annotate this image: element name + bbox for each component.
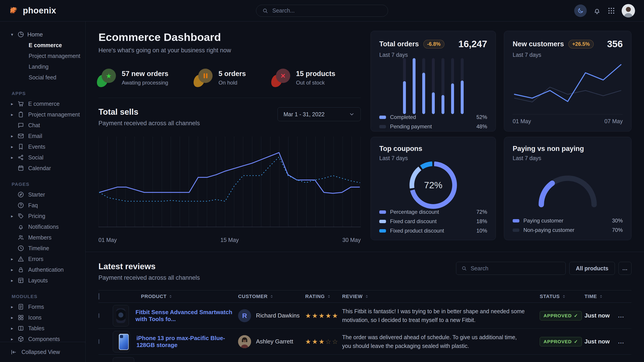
sidebar-item-events[interactable]: ▸Events: [0, 141, 85, 152]
sidebar-item-notifications[interactable]: Notifications: [0, 221, 85, 232]
sidebar-item-pricing[interactable]: ▸Pricing: [0, 211, 85, 221]
sidebar-item-label: Tables: [27, 325, 44, 332]
sidebar-item-label: Starter: [27, 191, 45, 198]
all-products-button[interactable]: All products: [569, 262, 615, 275]
card-title: Total orders: [379, 40, 419, 48]
bell-icon: [18, 223, 24, 230]
column-header-rating[interactable]: RATING: [305, 294, 342, 299]
x-axis-tick: 15 May: [220, 237, 239, 243]
stat-value: 5 orders: [218, 70, 246, 78]
sidebar-item-faq[interactable]: Faq: [0, 200, 85, 211]
card-title: Top coupons: [379, 145, 422, 153]
sidebar-item-label: Email: [27, 133, 42, 139]
column-header-time[interactable]: TIME: [584, 294, 618, 299]
sidebar-item-project-management[interactable]: ▸Project management: [0, 109, 85, 120]
product-link[interactable]: Fitbit Sense Advanced Smartwatch with To…: [136, 309, 238, 323]
sidebar-item-chat[interactable]: Chat: [0, 120, 85, 131]
page-title: Ecommerce Dashboard: [98, 31, 361, 43]
stat-value: 57 new orders: [122, 70, 168, 78]
legend-swatch: [379, 229, 386, 233]
row-more-button[interactable]: ...: [618, 312, 632, 319]
clock-icon: [18, 245, 24, 252]
sidebar-item-label: Social: [27, 154, 44, 161]
card-period: Last 7 days: [513, 155, 623, 161]
sidebar-item-starter[interactable]: Starter: [0, 189, 85, 200]
sidebar-item-social-feed[interactable]: Social feed: [0, 72, 85, 83]
sidebar-item-home[interactable]: ▾ Home: [0, 29, 85, 40]
warning-icon: [18, 256, 24, 262]
more-options-button[interactable]: ...: [618, 262, 632, 275]
sidebar-item-landing[interactable]: Landing: [0, 61, 85, 72]
caret-right-icon: ▸: [10, 112, 14, 117]
paying-gauge-chart: [534, 171, 601, 209]
reviews-table-header: PRODUCTCUSTOMERRATINGREVIEWSTATUSTIME: [98, 290, 632, 303]
sidebar-item-e-commerce[interactable]: ▸E commerce: [0, 98, 85, 109]
legend-row-fixed-product-discount: Fixed product discount10%: [379, 228, 487, 234]
date-range-select[interactable]: Mar 1 - 31, 2022: [278, 107, 361, 121]
app-grid-icon[interactable]: [607, 7, 615, 15]
sidebar-item-label: Project management: [27, 111, 80, 118]
sidebar-item-calendar[interactable]: Calendar: [0, 163, 85, 174]
column-header-product[interactable]: PRODUCT: [113, 294, 238, 299]
collapse-sidebar-button[interactable]: Collapsed View: [0, 342, 85, 362]
global-search-input[interactable]: Search...: [256, 5, 388, 17]
notifications-bell-icon[interactable]: [593, 7, 601, 15]
reviews-table: PRODUCTCUSTOMERRATINGREVIEWSTATUSTIME Fi…: [98, 290, 632, 362]
user-avatar[interactable]: [622, 4, 635, 17]
total-orders-bar-chart: [403, 58, 464, 114]
reviews-search-input[interactable]: Search: [456, 262, 566, 275]
bookmark-icon: [18, 143, 24, 150]
collapse-label: Collapsed View: [22, 349, 60, 355]
caret-right-icon: ▸: [10, 304, 14, 310]
caret-right-icon: ▸: [10, 267, 14, 272]
select-all-checkbox[interactable]: [98, 293, 99, 300]
review-text: The order was delivered ahead of schedul…: [342, 333, 540, 350]
order-bar: [442, 58, 444, 114]
product-link[interactable]: iPhone 13 pro max-Pacific Blue-128GB sto…: [136, 335, 238, 349]
sidebar-section-label-apps: APPS: [0, 83, 85, 98]
sort-icon: [270, 294, 274, 299]
sidebar-item-timeline[interactable]: Timeline: [0, 243, 85, 254]
legend-value: 18%: [476, 218, 487, 225]
row-checkbox[interactable]: [98, 339, 99, 344]
sidebar-item-components[interactable]: ▸Components: [0, 334, 85, 342]
check-icon: ✓: [574, 339, 578, 344]
row-more-button[interactable]: ...: [618, 338, 632, 345]
sidebar-item-layouts[interactable]: ▸Layouts: [0, 275, 85, 286]
sidebar-item-authentication[interactable]: ▸Authentication: [0, 264, 85, 275]
theme-toggle-button[interactable]: [574, 4, 587, 17]
sidebar-item-tables[interactable]: ▸Tables: [0, 323, 85, 334]
row-checkbox[interactable]: [98, 313, 99, 318]
sidebar-item-label: Home: [27, 31, 43, 38]
table-row[interactable]: iPhone 13 pro max-Pacific Blue-128GB sto…: [98, 329, 632, 355]
order-bar: [432, 58, 435, 114]
box-icon: [18, 336, 24, 342]
sidebar-item-project-management[interactable]: Project management: [0, 50, 85, 61]
brand-logo[interactable]: phoenix: [9, 5, 56, 16]
sidebar-item-label: Components: [27, 336, 60, 342]
column-header-review[interactable]: REVIEW: [342, 294, 540, 299]
sidebar-item-icons[interactable]: ▸Icons: [0, 312, 85, 323]
sidebar-item-forms[interactable]: ▸Forms: [0, 301, 85, 312]
caret-right-icon: ▸: [10, 326, 14, 331]
compass-icon: [18, 191, 24, 198]
sidebar-item-label: Layouts: [27, 277, 48, 284]
total-sells-title: Total sells: [98, 107, 200, 117]
stats-row: ★57 new ordersAwating processing5 orders…: [98, 68, 361, 87]
sidebar-item-social[interactable]: ▸Social: [0, 152, 85, 163]
reviews-search-placeholder: Search: [470, 265, 488, 272]
sidebar-item-members[interactable]: Members: [0, 232, 85, 243]
customer-avatar: [238, 335, 251, 348]
total-sells-chart: 01 May15 May30 May: [98, 137, 361, 243]
column-header-status[interactable]: STATUS: [540, 294, 584, 299]
sort-icon: [562, 294, 566, 299]
legend-row-completed: Completed52%: [379, 114, 487, 120]
sidebar-item-errors[interactable]: ▸Errors: [0, 254, 85, 264]
legend-swatch: [379, 210, 386, 214]
table-row[interactable]: Fitbit Sense Advanced Smartwatch with To…: [98, 303, 632, 329]
star-blob-icon: ★: [98, 68, 116, 87]
column-header-customer[interactable]: CUSTOMER: [238, 294, 305, 299]
sidebar-item-e-commerce[interactable]: E commerce: [0, 40, 85, 50]
sidebar-item-email[interactable]: ▸Email: [0, 131, 85, 141]
customer-name: Ashley Garrett: [256, 338, 293, 345]
